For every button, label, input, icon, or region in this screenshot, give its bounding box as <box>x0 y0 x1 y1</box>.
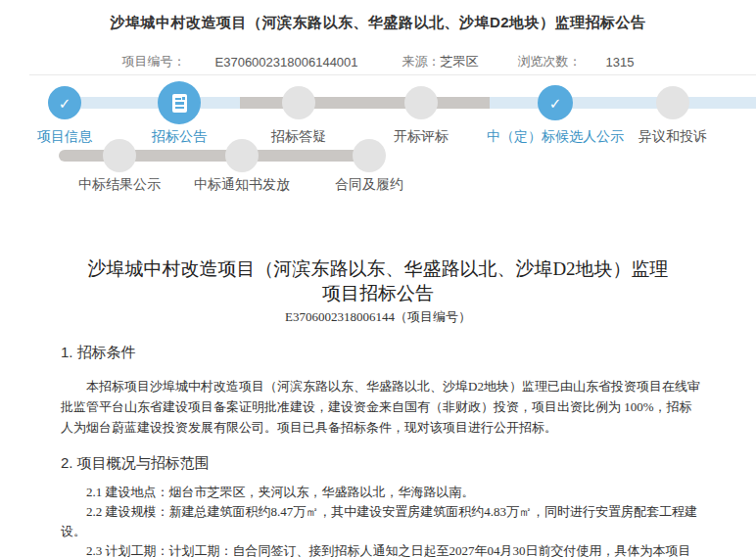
section-2-item-1: 2.1 建设地点：烟台市芝罘区，夹河以东，华盛路以北，华海路以南。 <box>61 483 701 502</box>
step-label-objections[interactable]: 异议和投诉 <box>638 128 707 146</box>
section-2-item-2: 2.2 建设规模：新建总建筑面积约8.47万㎡，其中建设安置房建筑面积约4.83… <box>61 502 701 541</box>
header-divider <box>29 74 756 75</box>
step-tender-announcement[interactable] <box>158 81 201 124</box>
step-notice-issue[interactable] <box>225 139 259 172</box>
step-label-contract[interactable]: 合同及履约 <box>335 176 403 194</box>
step-label-bid-opening[interactable]: 开标评标 <box>394 128 449 146</box>
step-label-tender-qa[interactable]: 招标答疑 <box>271 128 326 146</box>
step-project-info[interactable]: ✓ <box>48 86 81 119</box>
section-2-items: 2.1 建设地点：烟台市芝罘区，夹河以东，华盛路以北，华海路以南。 2.2 建设… <box>61 483 701 558</box>
step-result-publicity[interactable] <box>103 139 136 172</box>
meta-row: 项目编号： E3706002318006144001 来源： 芝罘区 浏览次数：… <box>0 53 756 70</box>
step-bid-opening[interactable] <box>404 86 438 119</box>
page-title: 沙埠城中村改造项目（河滨东路以东、华盛路以北、沙埠D2地块）监理招标公告 <box>0 14 756 32</box>
project-number-label: 项目编号： <box>122 53 186 70</box>
source-label: 来源： <box>402 53 441 70</box>
document-header: 沙埠城中村改造项目（河滨东路以东、华盛路以北、沙埠D2地块）监理项目招标公告 E… <box>0 256 756 326</box>
section-1-heading: 1. 招标条件 <box>61 343 701 362</box>
step-label-tender-announcement[interactable]: 招标公告 <box>152 128 207 146</box>
progress-track-blue-left <box>57 97 240 109</box>
step-label-notice-issue[interactable]: 中标通知书发放 <box>194 176 290 194</box>
step-label-winner-candidates[interactable]: 中（定）标候选人公示 <box>487 128 624 146</box>
document-icon <box>172 94 187 113</box>
source-value: 芝罘区 <box>441 53 479 70</box>
progress-track-blue-right <box>490 97 756 109</box>
step-contract[interactable] <box>353 139 386 172</box>
step-tender-qa[interactable] <box>282 86 315 119</box>
progress-track-gray <box>240 97 490 109</box>
step-label-result-publicity[interactable]: 中标结果公示 <box>78 176 161 194</box>
check-icon: ✓ <box>549 96 562 111</box>
section-2-heading: 2. 项目概况与招标范围 <box>61 453 701 473</box>
views-label: 浏览次数： <box>518 53 582 70</box>
document-body: 1. 招标条件 本招标项目沙埠城中村改造项目（河滨东路以东、华盛路以北、沙埠D2… <box>61 343 701 558</box>
document-project-number: E3706002318006144（项目编号） <box>0 308 756 326</box>
views-value: 1315 <box>606 55 635 70</box>
section-2-item-3: 2.3 计划工期：计划工期：自合同签订、接到招标人通知之日起至2027年04月3… <box>61 541 701 558</box>
section-1-paragraph: 本招标项目沙埠城中村改造项目（河滨东路以东、华盛路以北、沙埠D2地块）监理已由山… <box>61 376 701 438</box>
tender-announcement-page: 沙埠城中村改造项目（河滨东路以东、华盛路以北、沙埠D2地块）监理招标公告 项目编… <box>0 0 756 558</box>
check-icon: ✓ <box>59 96 71 111</box>
step-winner-candidates[interactable]: ✓ <box>538 85 573 120</box>
step-label-project-info[interactable]: 项目信息 <box>37 128 92 146</box>
document-title: 沙埠城中村改造项目（河滨东路以东、华盛路以北、沙埠D2地块）监理项目招标公告 <box>78 256 678 305</box>
project-number-value: E3706002318006144001 <box>215 55 358 70</box>
step-objections[interactable] <box>656 86 689 119</box>
